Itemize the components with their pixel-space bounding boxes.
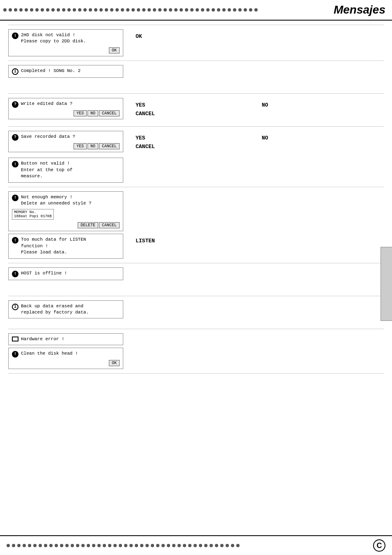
footer-dot	[113, 544, 117, 547]
header-dot	[89, 8, 92, 12]
footer-dot	[28, 544, 31, 547]
footer-dot	[65, 544, 69, 547]
message-row-7: i Back up data erased andreplaced by fac…	[8, 296, 384, 329]
page-header: Mensajes	[0, 0, 392, 21]
ok-button-1[interactable]: OK	[109, 47, 120, 53]
message-box-6: ! HOST is offline !	[8, 267, 123, 280]
no-button-3[interactable]: NO	[88, 110, 98, 116]
action-col2-7	[258, 300, 384, 307]
action-col2-5b	[258, 234, 384, 240]
footer-dot	[183, 544, 186, 547]
question-icon-3: ?	[12, 101, 18, 108]
action-col1-8b	[131, 348, 258, 354]
message-box-1: ! 2HD disk not valid !Please copy to 2DD…	[8, 29, 123, 56]
header-dot	[212, 8, 215, 12]
header-dot	[174, 8, 178, 12]
footer-dot	[71, 544, 74, 547]
footer-dot	[151, 544, 154, 547]
yes-button-4a[interactable]: YES	[74, 143, 87, 149]
footer-dot	[210, 544, 213, 547]
header-dot	[67, 8, 71, 12]
footer-dot	[140, 544, 143, 547]
cancel-button-3[interactable]: CANCEL	[99, 110, 120, 116]
message-actions-8a	[131, 333, 384, 340]
message-box-8a: Hardware error !	[8, 333, 123, 345]
header-dot	[180, 8, 183, 12]
footer-dot	[55, 544, 58, 547]
header-dot	[25, 8, 28, 12]
error-icon-5b: !	[12, 237, 18, 244]
header-dot	[196, 8, 199, 12]
message-actions-4b	[131, 158, 384, 164]
action-col1-5a	[131, 191, 258, 198]
header-dot	[233, 8, 236, 12]
action-col1-2	[131, 65, 258, 72]
message-actions-5a	[131, 191, 384, 198]
message-actions-3: YESCANCEL NO	[131, 98, 384, 122]
footer-dot	[39, 544, 42, 547]
message-text-5a: Not enough memory !Delete an unneeded st…	[21, 194, 92, 207]
no-button-4a[interactable]: NO	[88, 143, 98, 149]
footer-corner: C	[373, 539, 385, 552]
message-text-6: HOST is offline !	[21, 270, 67, 276]
action-col2-5a	[258, 191, 384, 198]
message-actions-5b: LISTEN	[131, 234, 384, 249]
footer-dot	[226, 544, 229, 547]
header-dot	[110, 8, 113, 12]
header-dot	[254, 8, 258, 12]
action-col2-4b	[258, 158, 384, 164]
message-row-5: ! Not enough memory !Delete an unneeded …	[8, 187, 384, 263]
action-col1-8a	[131, 333, 258, 340]
header-dot	[46, 8, 49, 12]
main-content: ! 2HD disk not valid !Please copy to 2DD…	[0, 21, 392, 398]
footer-dot	[76, 544, 79, 547]
ok-button-8b[interactable]: OK	[109, 360, 120, 366]
message-box-8b: ! Clean the disk head ! OK	[8, 348, 123, 369]
message-box-4b: ! Button not valid !Enter at the top ofm…	[8, 158, 123, 182]
message-row-8: Hardware error ! ! Clean the disk head !…	[8, 329, 384, 374]
header-dot	[158, 8, 161, 12]
memory-display: MEMORY No.188eat Pop1 017KB	[12, 209, 54, 220]
header-dot	[238, 8, 242, 12]
header-dot	[164, 8, 167, 12]
footer-dot	[33, 544, 37, 547]
message-box-4a: ? Save recorded data ? YES NO CANCEL	[8, 131, 123, 152]
message-text-7: Back up data erased andreplaced by facto…	[21, 303, 89, 316]
header-dot	[153, 8, 156, 12]
rect-icon-8a	[12, 337, 18, 341]
action-col2-8a	[258, 333, 384, 340]
header-dot	[57, 8, 60, 12]
action-col1-1: OK	[131, 29, 258, 44]
message-row-2: i Completed ! SONG No. 2	[8, 60, 384, 93]
yes-button-3[interactable]: YES	[74, 110, 87, 116]
header-dot	[9, 8, 12, 12]
footer-dot	[129, 544, 133, 547]
footer-dot	[156, 544, 159, 547]
header-dot	[190, 8, 194, 12]
action-col1-6	[131, 267, 258, 274]
header-dot	[78, 8, 81, 12]
message-text-4a: Save recorded data ?	[21, 134, 75, 140]
footer-dot	[7, 544, 10, 547]
footer-dot	[172, 544, 175, 547]
message-text-3: Write edited data ?	[21, 101, 72, 107]
footer-dots	[7, 544, 373, 547]
header-dot	[94, 8, 97, 12]
header-dot	[73, 8, 76, 12]
footer-dot	[119, 544, 122, 547]
header-dot	[3, 8, 7, 12]
action-col1-5b: LISTEN	[131, 234, 258, 249]
cancel-button-5a[interactable]: CANCEL	[99, 222, 120, 228]
message-row-1: ! 2HD disk not valid !Please copy to 2DD…	[8, 25, 384, 60]
action-col2-8b	[258, 348, 384, 354]
header-dot	[206, 8, 210, 12]
error-icon-1: !	[12, 33, 18, 39]
action-col2-1	[258, 29, 384, 36]
message-actions-1: OK	[131, 29, 384, 44]
message-box-5a: ! Not enough memory !Delete an unneeded …	[8, 191, 123, 232]
cancel-button-4a[interactable]: CANCEL	[99, 143, 120, 149]
footer-dot	[49, 544, 53, 547]
header-dot	[244, 8, 247, 12]
action-col1-4a: YESCANCEL	[131, 131, 258, 155]
delete-button-5a[interactable]: DELETE	[78, 222, 98, 228]
